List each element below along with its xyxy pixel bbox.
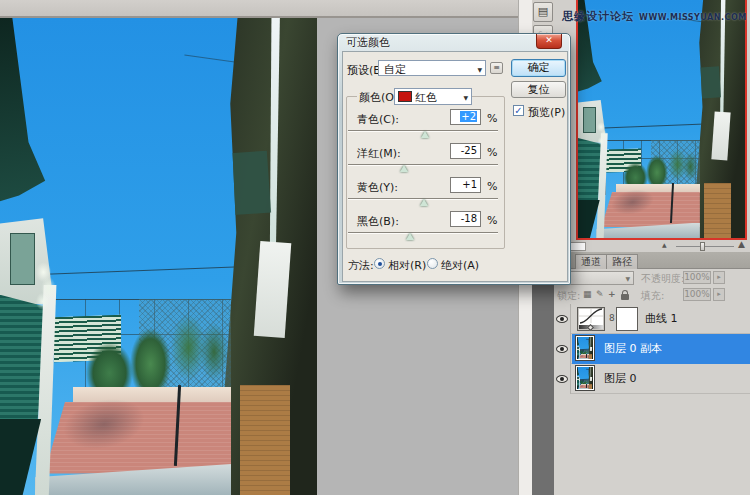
tan-wall: [589, 384, 592, 389]
tab-paths[interactable]: 路径: [606, 254, 638, 269]
absolute-radio[interactable]: [427, 258, 438, 269]
hanging-cloth: [590, 347, 592, 351]
layer-row-curves[interactable]: 8 曲线 1: [554, 304, 750, 334]
method-label: 方法:: [348, 258, 374, 273]
preview-label: 预览(P): [528, 105, 565, 120]
preset-menu-icon[interactable]: ≡: [490, 62, 503, 74]
layer-content-selected[interactable]: 图层 0 副本: [572, 334, 750, 364]
yellow-label: 黄色(Y):: [357, 180, 398, 195]
layers-panel-group: 通道 路径 ▼ 不透明度: 100% ▸ 锁定: ▦ ✎ + 填充: 100% …: [554, 252, 750, 495]
eye-icon[interactable]: [556, 375, 568, 383]
magenta-slider[interactable]: [348, 162, 498, 172]
relative-radio[interactable]: [374, 258, 385, 269]
selective-color-dialog: 可选颜色 ✕ 预设(E): 自定 ▼ ≡ 确定 复位 ✓ 预览(P) 颜色(O)…: [337, 33, 571, 285]
fill-spinner[interactable]: ▸: [713, 288, 725, 301]
yellow-slider[interactable]: [348, 196, 498, 206]
white-flowers: [29, 252, 67, 324]
eye-icon[interactable]: [556, 345, 568, 353]
plant-shadow: [580, 354, 585, 357]
layer-name[interactable]: 图层 0: [604, 364, 637, 394]
tan-wall: [240, 385, 291, 495]
right-building-shutter: [588, 343, 590, 346]
preview-checkbox[interactable]: ✓: [513, 105, 524, 116]
opacity-spinner[interactable]: ▸: [713, 271, 725, 284]
slider-thumb[interactable]: [421, 131, 429, 138]
visibility-cell[interactable]: [554, 304, 571, 334]
cyan-unit: %: [487, 112, 497, 125]
zoom-slider-thumb[interactable]: [700, 242, 705, 251]
rooftop-plant: [683, 152, 698, 181]
fill-value[interactable]: 100%: [683, 288, 711, 301]
lock-all-icon[interactable]: [621, 294, 629, 300]
slider-thumb[interactable]: [406, 233, 414, 240]
black-value: -18: [461, 213, 477, 224]
layer-name[interactable]: 图层 0 副本: [604, 334, 662, 364]
sunlit-wall-sliver: [266, 18, 283, 266]
rooftop-plant: [200, 323, 229, 380]
slider-track: [348, 164, 498, 165]
black-value-input[interactable]: -18: [450, 211, 481, 227]
chevron-down-icon: ▼: [477, 66, 482, 73]
layer-row-copy[interactable]: 图层 0 副本: [554, 334, 750, 364]
yellow-value: +1: [462, 179, 477, 190]
preset-dropdown[interactable]: 自定 ▼: [378, 60, 486, 76]
color-value: 红色: [415, 90, 437, 105]
tab-channels[interactable]: 通道: [575, 254, 607, 269]
watermark-site-url: WWW.MISSYUAN.COM: [639, 13, 747, 22]
magenta-value-input[interactable]: -25: [450, 143, 481, 159]
curves-adjustment-thumbnail[interactable]: [577, 307, 605, 331]
navigator-preview[interactable]: [576, 0, 747, 240]
layer-thumbnail[interactable]: [576, 336, 594, 360]
lock-row: 锁定: ▦ ✎ + 填充: 100% ▸: [554, 287, 750, 304]
cyan-label: 青色(C):: [357, 112, 399, 127]
image-canvas[interactable]: [0, 18, 317, 495]
layer-content[interactable]: 图层 0: [572, 364, 750, 394]
slider-thumb[interactable]: [420, 199, 428, 206]
tan-wall: [704, 183, 731, 238]
slider-thumb[interactable]: [400, 165, 408, 172]
layers-list: 8 曲线 1: [554, 304, 750, 394]
dialog-title: 可选颜色: [346, 35, 390, 50]
close-icon[interactable]: ✕: [536, 34, 562, 49]
lock-transparency-icon[interactable]: ▦: [583, 289, 592, 299]
plant-shadow: [580, 384, 585, 387]
blend-mode-row: ▼ 不透明度: 100% ▸: [554, 269, 750, 287]
dialog-body: 预设(E): 自定 ▼ ≡ 确定 复位 ✓ 预览(P) 颜色(O): 红色 ▼ …: [342, 51, 568, 282]
zoom-out-mountain-icon[interactable]: ▲: [662, 241, 667, 248]
yellow-value-input[interactable]: +1: [450, 177, 481, 193]
white-flowers: [578, 348, 580, 351]
visibility-cell[interactable]: [554, 334, 571, 364]
layer-content[interactable]: 8 曲线 1: [572, 304, 750, 334]
cyan-slider[interactable]: [348, 128, 498, 138]
dock-panel-icon[interactable]: ▤: [533, 2, 553, 22]
photo-scene: [578, 0, 745, 238]
navigator-panel: 思缘设计论坛 WWW.MISSYUAN.COM ▲ ▲: [554, 0, 750, 252]
eye-icon[interactable]: [556, 315, 568, 323]
right-building-shutter: [226, 150, 271, 215]
reset-button[interactable]: 复位: [511, 81, 566, 98]
layer-row-background[interactable]: 图层 0: [554, 364, 750, 394]
magenta-unit: %: [487, 146, 497, 159]
lock-position-move-icon[interactable]: +: [608, 289, 616, 299]
watermark-site-name: 思缘设计论坛: [562, 10, 634, 23]
color-dropdown[interactable]: 红色 ▼: [394, 88, 472, 105]
layer-mask-thumbnail[interactable]: [616, 307, 638, 331]
panel-icon: ▤: [538, 5, 548, 18]
visibility-cell[interactable]: [554, 364, 571, 394]
magenta-value: -25: [461, 145, 477, 156]
photo-scene: [577, 337, 593, 359]
black-label: 黑色(B):: [357, 214, 399, 229]
relative-label: 相对(R): [388, 258, 426, 273]
black-slider[interactable]: [348, 230, 498, 240]
navigator-zoom-slider[interactable]: [676, 246, 734, 247]
zoom-in-mountain-icon[interactable]: ▲: [738, 239, 745, 249]
opacity-value[interactable]: 100%: [683, 271, 711, 284]
red-color-swatch: [398, 91, 412, 102]
cyan-value-input[interactable]: +2: [450, 109, 481, 125]
ok-button[interactable]: 确定: [511, 59, 566, 77]
preset-value: 自定: [384, 62, 406, 77]
lock-pixels-brush-icon[interactable]: ✎: [596, 289, 604, 299]
layer-thumbnail[interactable]: [576, 366, 594, 390]
layer-name[interactable]: 曲线 1: [645, 304, 678, 334]
cyan-value: +2: [460, 111, 477, 122]
